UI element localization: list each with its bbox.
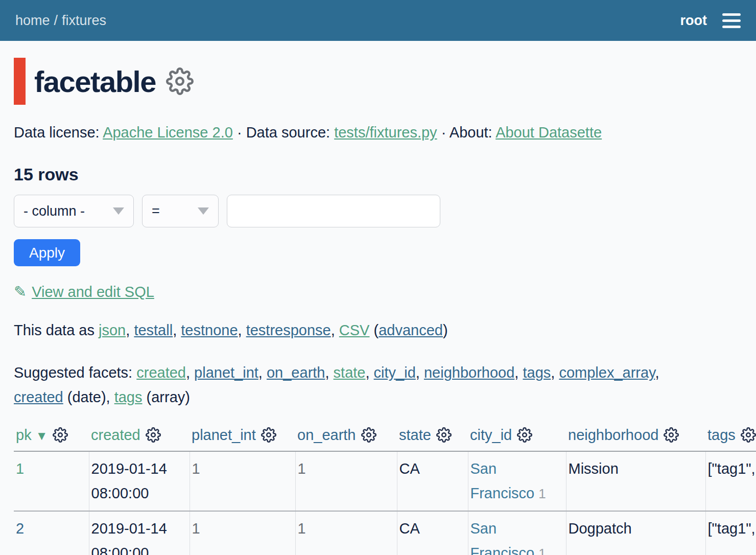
facet-tags-array-link[interactable]: tags [114, 389, 143, 405]
source-label: Data source: [246, 124, 330, 141]
city-link[interactable]: San Francisco [470, 460, 535, 501]
license-link[interactable]: Apache License 2.0 [103, 124, 233, 141]
column-header-state-link[interactable]: state [399, 427, 431, 443]
main-content: facetable Data license: Apache License 2… [0, 58, 756, 555]
cell-pk: 1 [14, 451, 89, 511]
city-link[interactable]: San Francisco [470, 520, 535, 555]
accent-bar [14, 58, 26, 105]
export-prefix: This data as [14, 322, 94, 338]
facet-state-link[interactable]: state [334, 364, 366, 381]
apply-row: Apply [14, 239, 742, 266]
export-testall-link[interactable]: testall [134, 322, 173, 338]
title-row: facetable [14, 58, 742, 105]
about-label: About: [450, 124, 492, 141]
source-link[interactable]: tests/fixtures.py [334, 124, 437, 141]
suggested-facets-line2: created (date), tags (array) [14, 385, 742, 409]
sort-desc-icon: ▼ [36, 429, 48, 443]
column-cog-icon[interactable] [361, 427, 376, 443]
suggested-facets-line1: Suggested facets: created, planet_int, o… [14, 360, 742, 385]
export-csv-link[interactable]: CSV [339, 322, 370, 338]
about-link[interactable]: About Datasette [495, 124, 602, 141]
column-cog-icon[interactable] [517, 427, 532, 443]
column-header-pk-link[interactable]: pk [16, 427, 32, 443]
top-nav: home/fixtures root [0, 0, 756, 41]
column-header-tags-link[interactable]: tags [707, 427, 736, 443]
breadcrumb-table-link[interactable]: fixtures [62, 13, 106, 28]
dot-separator: · [237, 124, 242, 141]
column-header-created: created [89, 424, 190, 451]
column-header-city-id-link[interactable]: city_id [470, 427, 512, 443]
column-cog-icon[interactable] [146, 427, 161, 443]
chevron-down-icon [198, 207, 209, 215]
table-row: 2 2019-01-14 08:00:00 1 1 CA San Francis… [14, 511, 756, 555]
export-json-link[interactable]: json [99, 322, 126, 338]
cell-city-id: San Francisco1 [468, 451, 566, 511]
breadcrumb-separator: / [54, 13, 58, 28]
pencil-icon: ✎ [14, 283, 27, 300]
dot-separator: · [441, 124, 446, 141]
column-cog-icon[interactable] [53, 427, 68, 443]
cell-on-earth: 1 [295, 511, 397, 555]
filter-column-select[interactable]: - column - [14, 195, 134, 227]
cell-planet-int: 1 [190, 451, 295, 511]
column-header-tags: tags [705, 424, 756, 451]
rows-table: pk▼ created planet_int on_earth state ci… [14, 424, 756, 555]
facets-prefix: Suggested facets: [14, 364, 132, 381]
column-cog-icon[interactable] [436, 427, 452, 443]
column-header-on-earth: on_earth [295, 424, 397, 451]
filter-column-value: - column - [23, 203, 85, 219]
export-links: This data as json, testall, testnone, te… [14, 322, 742, 339]
export-testnone-link[interactable]: testnone [181, 322, 238, 338]
column-cog-icon[interactable] [664, 427, 679, 443]
facet-created-link[interactable]: created [136, 364, 186, 381]
cell-neighborhood: Dogpatch [566, 511, 705, 555]
cell-planet-int: 1 [190, 511, 295, 555]
facet-complex-array-link[interactable]: complex_array [559, 364, 655, 381]
filter-row: - column - = [14, 195, 742, 227]
filter-operator-value: = [152, 203, 160, 219]
column-cog-icon[interactable] [741, 427, 756, 443]
cell-created: 2019-01-14 08:00:00 [89, 511, 190, 555]
suggested-facets: Suggested facets: created, planet_int, o… [14, 360, 742, 409]
nav-right: root [680, 11, 741, 30]
filter-value-input[interactable] [227, 195, 440, 227]
column-header-created-link[interactable]: created [91, 427, 140, 443]
license-label: Data license: [14, 124, 100, 141]
row-pk-link[interactable]: 2 [16, 520, 24, 537]
breadcrumb-home-link[interactable]: home [15, 13, 50, 28]
filter-operator-select[interactable]: = [142, 195, 219, 227]
export-advanced-link[interactable]: advanced [379, 322, 443, 338]
cell-tags: ["tag1", "tag2"] [705, 451, 756, 511]
column-header-on-earth-link[interactable]: on_earth [297, 427, 356, 443]
column-header-planet-int-link[interactable]: planet_int [192, 427, 256, 443]
cell-tags: ["tag1", "tag3"] [705, 511, 756, 555]
apply-button[interactable]: Apply [14, 239, 80, 266]
breadcrumb: home/fixtures [15, 13, 106, 29]
cell-state: CA [397, 451, 468, 511]
page-title: facetable [34, 64, 156, 99]
city-id-value: 1 [538, 486, 546, 501]
column-cog-icon[interactable] [261, 427, 276, 443]
row-pk-link[interactable]: 1 [16, 460, 24, 477]
cell-pk: 2 [14, 511, 89, 555]
row-count: 15 rows [14, 165, 742, 184]
export-testresponse-link[interactable]: testresponse [246, 322, 331, 338]
column-header-neighborhood-link[interactable]: neighborhood [568, 427, 658, 443]
facet-planet-int-link[interactable]: planet_int [194, 364, 258, 381]
column-header-state: state [397, 424, 468, 451]
city-id-value: 1 [538, 546, 546, 555]
cell-created: 2019-01-14 08:00:00 [89, 451, 190, 511]
table-settings-gear-icon[interactable] [166, 67, 194, 95]
facet-neighborhood-link[interactable]: neighborhood [424, 364, 514, 381]
cell-neighborhood: Mission [566, 451, 705, 511]
view-edit-sql-link[interactable]: View and edit SQL [32, 284, 154, 300]
facet-city-id-link[interactable]: city_id [374, 364, 416, 381]
table-header-row: pk▼ created planet_int on_earth state ci… [14, 424, 756, 451]
logged-in-user-link[interactable]: root [680, 13, 707, 29]
facet-tags-link[interactable]: tags [523, 364, 551, 381]
cell-city-id: San Francisco1 [468, 511, 566, 555]
facet-created-date-link[interactable]: created [14, 389, 63, 405]
hamburger-menu-icon[interactable] [722, 11, 741, 30]
facet-on-earth-link[interactable]: on_earth [267, 364, 325, 381]
table-row: 1 2019-01-14 08:00:00 1 1 CA San Francis… [14, 451, 756, 511]
